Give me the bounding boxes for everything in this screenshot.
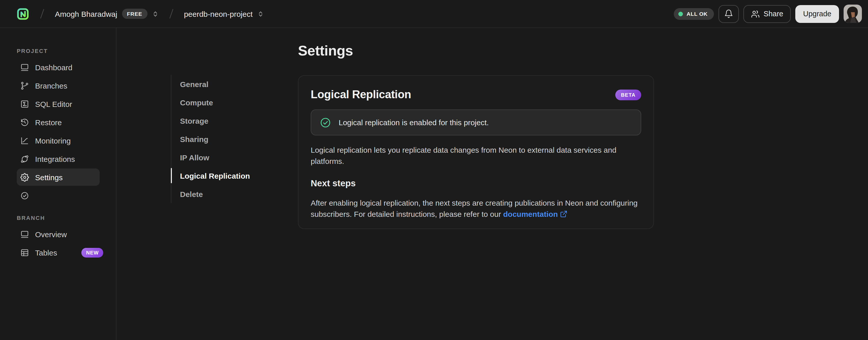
user-avatar[interactable] bbox=[844, 5, 862, 23]
success-alert-text: Logical replication is enabled for this … bbox=[339, 118, 489, 127]
breadcrumb: Amogh Bharadwaj FREE peerdb-neon-project bbox=[16, 7, 264, 21]
neon-logo-icon[interactable] bbox=[16, 7, 30, 21]
card-header: Logical Replication BETA bbox=[311, 88, 641, 101]
sidebar-item-branches[interactable]: Branches bbox=[17, 77, 100, 94]
sidebar-item-dashboard[interactable]: Dashboard bbox=[17, 59, 100, 76]
sidebar-item-settings[interactable]: Settings bbox=[17, 168, 100, 186]
sidebar-item-restore[interactable]: Restore bbox=[17, 114, 100, 131]
card-description: Logical replication lets you replicate d… bbox=[311, 145, 641, 167]
breadcrumb-slash-icon bbox=[37, 8, 48, 19]
subnav-item-general[interactable]: General bbox=[172, 75, 298, 93]
external-link-icon bbox=[560, 210, 567, 218]
sidebar-item-integrations[interactable]: Integrations bbox=[17, 150, 100, 167]
success-alert: Logical replication is enabled for this … bbox=[311, 109, 641, 135]
sidebar-item-label: Overview bbox=[35, 230, 67, 238]
sidebar: PROJECT Dashboard Branches SQL Editor Re… bbox=[0, 28, 117, 340]
table-icon bbox=[20, 248, 29, 257]
sidebar-item-quickstart[interactable] bbox=[17, 187, 100, 204]
project-switcher[interactable]: peerdb-neon-project bbox=[184, 9, 264, 18]
check-circle-icon bbox=[320, 117, 331, 128]
sidebar-item-label: Tables bbox=[35, 248, 57, 257]
share-button[interactable]: Share bbox=[743, 5, 791, 23]
sidebar-item-label: Dashboard bbox=[35, 63, 72, 72]
gear-icon bbox=[20, 173, 29, 181]
sidebar-item-monitoring[interactable]: Monitoring bbox=[17, 132, 100, 149]
dashboard-icon bbox=[20, 63, 29, 72]
top-bar: Amogh Bharadwaj FREE peerdb-neon-project… bbox=[0, 0, 868, 28]
sidebar-item-sql-editor[interactable]: SQL Editor bbox=[17, 95, 100, 112]
documentation-link[interactable]: documentation bbox=[503, 210, 558, 218]
sidebar-item-label: Branches bbox=[35, 81, 67, 90]
next-steps-text: After enabling logical replication, the … bbox=[311, 197, 641, 220]
project-name: peerdb-neon-project bbox=[184, 9, 252, 18]
sidebar-item-label: Monitoring bbox=[35, 136, 71, 145]
notifications-button[interactable] bbox=[718, 5, 739, 23]
select-caret-icon bbox=[152, 10, 158, 17]
chart-line-icon bbox=[20, 136, 29, 145]
select-caret-icon bbox=[257, 10, 264, 17]
history-restore-icon bbox=[20, 118, 29, 126]
sidebar-item-label: Settings bbox=[35, 173, 63, 181]
logical-replication-card: Logical Replication BETA Logical replica… bbox=[298, 75, 654, 229]
subnav-item-storage[interactable]: Storage bbox=[172, 111, 298, 130]
avatar-photo bbox=[844, 5, 862, 23]
plan-badge: FREE bbox=[122, 9, 147, 19]
share-button-label: Share bbox=[764, 10, 783, 18]
status-ok-dot-icon bbox=[679, 11, 683, 16]
status-badge-label: ALL OK bbox=[687, 11, 708, 17]
sidebar-item-label: SQL Editor bbox=[35, 100, 72, 108]
subnav-item-sharing[interactable]: Sharing bbox=[172, 130, 298, 148]
app-root: Amogh Bharadwaj FREE peerdb-neon-project… bbox=[0, 0, 868, 340]
sidebar-item-overview[interactable]: Overview bbox=[17, 225, 100, 243]
settings-subnav: General Compute Storage Sharing IP Allow… bbox=[171, 75, 298, 203]
topbar-actions: ALL OK Share Upgrade bbox=[674, 5, 862, 23]
upgrade-button-label: Upgrade bbox=[803, 10, 831, 18]
status-badge[interactable]: ALL OK bbox=[674, 8, 714, 20]
new-badge: NEW bbox=[82, 248, 103, 257]
sidebar-item-label: Integrations bbox=[35, 154, 75, 163]
next-steps-heading: Next steps bbox=[311, 177, 641, 189]
subnav-item-compute[interactable]: Compute bbox=[172, 93, 298, 111]
org-name: Amogh Bharadwaj bbox=[55, 9, 117, 18]
subnav-item-delete[interactable]: Delete bbox=[172, 185, 298, 203]
sidebar-section-project: PROJECT bbox=[17, 48, 116, 54]
next-steps-prefix: After enabling logical replication, the … bbox=[311, 199, 638, 218]
breadcrumb-slash-icon bbox=[165, 8, 177, 19]
overview-icon bbox=[20, 230, 29, 238]
sql-editor-icon bbox=[20, 100, 29, 108]
page-title: Settings bbox=[298, 43, 353, 59]
card-title: Logical Replication bbox=[311, 88, 411, 101]
sidebar-item-label: Restore bbox=[35, 118, 62, 126]
people-icon bbox=[751, 9, 760, 18]
upgrade-button[interactable]: Upgrade bbox=[796, 5, 839, 23]
sidebar-item-tables[interactable]: Tables NEW bbox=[17, 244, 100, 261]
bell-icon bbox=[724, 9, 733, 18]
beta-badge: BETA bbox=[615, 89, 641, 100]
sidebar-section-branch: BRANCH bbox=[17, 215, 116, 221]
org-switcher[interactable]: Amogh Bharadwaj FREE bbox=[55, 9, 158, 19]
subnav-item-ip-allow[interactable]: IP Allow bbox=[172, 148, 298, 166]
git-branch-icon bbox=[20, 81, 29, 90]
check-circle-icon bbox=[20, 191, 29, 200]
subnav-item-logical-replication[interactable]: Logical Replication bbox=[172, 166, 298, 185]
integrations-icon bbox=[20, 154, 29, 163]
